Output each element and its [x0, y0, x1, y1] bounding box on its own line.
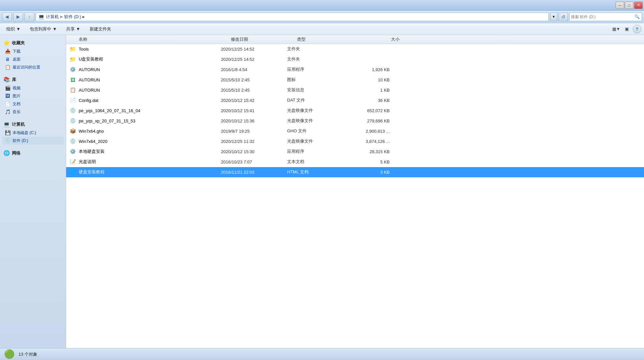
table-row[interactable]: 💿 pe_yqs_1064_20_07_31_16_04 2020/10/12 …	[66, 106, 644, 116]
file-name-cell: AUTORUN	[79, 67, 221, 72]
computer-icon: 💻	[38, 14, 45, 20]
table-row[interactable]: 📁 Tools 2020/12/25 14:52 文件夹	[66, 44, 644, 54]
diskd-icon: 💿	[5, 138, 11, 144]
col-header-size[interactable]: 大小	[357, 36, 400, 42]
file-name: Win7x64.gho	[79, 129, 104, 134]
sidebar-item-music[interactable]: 🎵 音乐	[2, 108, 64, 116]
file-name-cell: Win7x64.gho	[79, 129, 221, 134]
breadcrumb-computer[interactable]: 计算机	[46, 14, 59, 20]
forward-button[interactable]: ▶	[13, 12, 23, 22]
file-type: 光盘映像文件	[287, 118, 347, 124]
col-header-type[interactable]: 类型	[297, 36, 357, 42]
file-type: 应用程序	[287, 149, 347, 155]
file-date: 2019/9/7 19:25	[221, 129, 287, 134]
include-library-button[interactable]: 包含到库中 ▼	[26, 24, 61, 34]
network-icon: 🌐	[3, 150, 10, 156]
file-date: 2020/10/12 15:30	[221, 149, 287, 154]
sidebar-network-header[interactable]: 🌐 网络	[2, 149, 64, 158]
document-icon: 📄	[5, 101, 11, 107]
file-list-area[interactable]: 名称 修改日期 类型 大小 📁 Tools 2020/12/25 14:52 文…	[66, 35, 644, 348]
table-row[interactable]: 📋 AUTORUN 2015/5/10 2:45 安装信息 1 KB	[66, 85, 644, 95]
table-row[interactable]: 🌐 硬盘安装教程 2016/11/21 22:03 HTML 文档 3 KB	[66, 167, 644, 177]
sidebar-item-video[interactable]: 🎬 视频	[2, 84, 64, 92]
table-row[interactable]: 📦 Win7x64.gho 2019/9/7 19:25 GHO 文件 2,90…	[66, 126, 644, 136]
recent-icon: 📋	[5, 64, 11, 70]
file-icon: 📁	[69, 55, 77, 63]
breadcrumb: 💻 计算机 ▶ 软件 (D:) ▶	[36, 13, 549, 21]
search-input[interactable]	[571, 15, 632, 19]
back-button[interactable]: ◀	[2, 12, 12, 22]
table-row[interactable]: ⚙️ AUTORUN 2016/1/8 4:54 应用程序 1,926 KB	[66, 65, 644, 75]
file-icon: 📝	[69, 158, 77, 166]
status-count: 13 个对象	[19, 351, 37, 357]
file-name-cell: 光盘说明	[79, 159, 221, 165]
computer-label: 计算机	[12, 121, 25, 127]
file-size: 5 KB	[347, 159, 390, 164]
breadcrumb-sep-1: ▶	[60, 15, 63, 19]
sidebar-library-header[interactable]: 📚 库	[2, 75, 64, 84]
file-name: pe_yqs_xp_20_07_31_15_53	[79, 118, 135, 123]
file-name-cell: Config.dat	[79, 98, 221, 103]
sidebar-item-document[interactable]: 📄 文档	[2, 100, 64, 108]
file-name-cell: AUTORUN	[79, 88, 221, 93]
breadcrumb-disk[interactable]: 软件 (D:)	[64, 14, 81, 20]
picture-label: 图片	[13, 93, 21, 99]
empty-area[interactable]	[66, 177, 644, 310]
table-row[interactable]: ⚙️ 本地硬盘安装 2020/10/12 15:30 应用程序 28,315 K…	[66, 147, 644, 157]
file-type: DAT 文件	[287, 97, 347, 103]
file-date: 2015/5/10 2:45	[221, 77, 287, 82]
view-toggle-button[interactable]: ▦ ▼	[612, 25, 621, 33]
sidebar-item-diskd[interactable]: 💿 软件 (D:)	[2, 137, 64, 145]
new-folder-button[interactable]: 新建文件夹	[86, 24, 115, 34]
preview-icon: ▣	[625, 26, 629, 31]
file-list-header: 名称 修改日期 类型 大小	[66, 35, 644, 44]
table-row[interactable]: 💿 pe_yqs_xp_20_07_31_15_53 2020/10/12 15…	[66, 116, 644, 126]
file-size: 279,696 KB	[347, 118, 390, 123]
sidebar-favorites-header[interactable]: ⭐ 收藏夹	[2, 38, 64, 47]
table-row[interactable]: 🖼 AUTORUN 2015/5/10 2:45 图标 10 KB	[66, 75, 644, 85]
sidebar: ⭐ 收藏夹 📥 下载 🖥 桌面 📋 最近访问的位置 📚 库	[0, 35, 66, 348]
file-date: 2020/12/25 14:52	[221, 57, 287, 62]
table-row[interactable]: 📄 Config.dat 2020/10/12 15:42 DAT 文件 36 …	[66, 95, 644, 106]
file-type: 图标	[287, 77, 347, 83]
file-icon: 📁	[69, 45, 77, 53]
sidebar-item-diskc[interactable]: 💾 本地磁盘 (C:)	[2, 129, 64, 137]
sidebar-item-recent[interactable]: 📋 最近访问的位置	[2, 63, 64, 71]
document-label: 文档	[13, 101, 21, 107]
file-name-cell: pe_yqs_xp_20_07_31_15_53	[79, 118, 221, 123]
help-button[interactable]: ?	[633, 25, 641, 33]
sidebar-item-picture[interactable]: 🖼 图片	[2, 92, 64, 100]
file-icon: 📋	[69, 86, 77, 94]
favorites-label: 收藏夹	[12, 40, 25, 46]
downloads-label: 下载	[13, 49, 21, 54]
star-icon: ⭐	[3, 40, 10, 46]
share-button[interactable]: 共享 ▼	[63, 24, 84, 34]
file-name: 硬盘安装教程	[79, 169, 105, 175]
sidebar-computer-header[interactable]: 💻 计算机	[2, 120, 64, 129]
minimize-button[interactable]: ─	[616, 2, 624, 9]
file-icon: 🌐	[69, 168, 77, 176]
diskc-icon: 💾	[5, 130, 11, 136]
close-button[interactable]: ✕	[634, 2, 643, 9]
music-label: 音乐	[13, 109, 21, 115]
file-name-cell: 硬盘安装教程	[79, 169, 221, 175]
col-header-name[interactable]: 名称	[79, 36, 231, 42]
maximize-button[interactable]: □	[625, 2, 633, 9]
search-icon[interactable]: 🔍	[634, 14, 640, 20]
sidebar-item-downloads[interactable]: 📥 下载	[2, 47, 64, 55]
table-row[interactable]: 💿 Win7x64_2020 2020/12/25 11:32 光盘映像文件 3…	[66, 136, 644, 147]
file-name-cell: pe_yqs_1064_20_07_31_16_04	[79, 108, 221, 113]
table-row[interactable]: 📝 光盘说明 2016/10/23 7:07 文本文档 5 KB	[66, 157, 644, 167]
col-header-date[interactable]: 修改日期	[231, 36, 297, 42]
refresh-button[interactable]: ↺	[559, 13, 568, 21]
sidebar-item-desktop[interactable]: 🖥 桌面	[2, 55, 64, 63]
preview-button[interactable]: ▣	[622, 25, 631, 33]
organize-button[interactable]: 组织 ▼	[3, 24, 24, 34]
file-date: 2015/5/10 2:45	[221, 88, 287, 93]
file-date: 2020/10/12 15:42	[221, 98, 287, 103]
up-button[interactable]: ↑	[24, 12, 34, 22]
address-dropdown-button[interactable]: ▼	[550, 13, 557, 21]
diskc-label: 本地磁盘 (C:)	[13, 130, 36, 136]
table-row[interactable]: 📁 U盘安装教程 2020/12/25 14:52 文件夹	[66, 54, 644, 65]
file-icon: 🖼	[69, 76, 77, 84]
